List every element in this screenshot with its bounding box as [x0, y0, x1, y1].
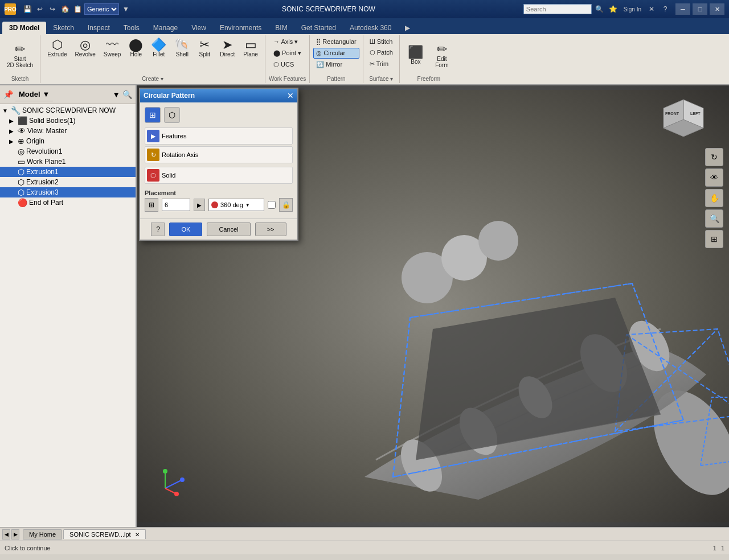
shell-label: Shell [176, 51, 189, 57]
tab-bim[interactable]: BIM [268, 22, 294, 34]
close-button[interactable]: ✕ [710, 3, 724, 15]
qat-options[interactable]: ▼ [120, 3, 132, 15]
svg-point-19 [180, 477, 185, 482]
angle-dropdown[interactable]: 360 deg ▼ [208, 199, 264, 211]
tab-sketch[interactable]: Sketch [46, 22, 81, 34]
cancel-button[interactable]: Cancel [207, 223, 250, 236]
features-row: ▶ Features [145, 127, 293, 145]
placement-lock[interactable]: 🔒 [279, 198, 293, 212]
solid-select-tab[interactable]: ⬡ [164, 107, 180, 123]
minimize-button[interactable]: ─ [675, 3, 690, 15]
tab-3d-model[interactable]: 3D Model [2, 22, 46, 34]
tab-my-home[interactable]: My Home [23, 529, 62, 540]
sidebar-pin-button[interactable]: 📌 [3, 90, 13, 99]
sweep-button[interactable]: 〰 Sweep [100, 36, 125, 60]
point-button[interactable]: ⬤ Point ▾ [271, 48, 304, 59]
tab-environments[interactable]: Environments [213, 22, 268, 34]
orientation-cube[interactable]: LEFT FRONT [661, 97, 701, 137]
plane-button[interactable]: ▭ Plane [240, 36, 261, 60]
sidebar-icons: ▼ 🔍 [112, 90, 132, 99]
tree-item-extrusion2[interactable]: ⬡ Extrusion2 [0, 177, 136, 187]
tree-item-origin[interactable]: ▶ ⊕ Origin [0, 136, 136, 146]
favorites-button[interactable]: ⭐ [608, 3, 619, 15]
tree-item-view[interactable]: ▶ 👁 View: Master [0, 126, 136, 136]
dialog-close-button[interactable]: ✕ [287, 91, 294, 100]
zoom-button[interactable]: 🔍 [705, 209, 723, 228]
qat-new[interactable]: 📋 [72, 3, 83, 15]
placement-icon[interactable]: ⊞ [145, 198, 158, 212]
extrude-button[interactable]: ⬡ Extrude [44, 36, 70, 60]
search-button[interactable]: 🔍 [594, 3, 605, 15]
tab-more[interactable]: ▶ [398, 22, 417, 34]
tree-item-solid[interactable]: ▶ ⬛ Solid Bodies(1) [0, 116, 136, 126]
surface-label: Surface ▾ [369, 75, 393, 82]
placement-section: Placement ⊞ ▶ 360 deg ▼ 🔒 [145, 190, 293, 212]
qat-undo[interactable]: ↩ [34, 3, 46, 15]
circular-pattern-dialog[interactable]: Circular Pattern ✕ ⊞ ⬡ ▶ Features ↻ Rota… [139, 88, 298, 241]
tab-tools[interactable]: Tools [117, 22, 146, 34]
model-dropdown[interactable]: Model ▼ [15, 88, 53, 101]
search-sidebar-button[interactable]: 🔍 [122, 90, 132, 99]
rotation-axis-row: ↻ Rotation Axis [145, 146, 293, 163]
box-button[interactable]: ⬛ Box [403, 44, 428, 67]
tab-next-button[interactable]: ▶ [11, 529, 19, 540]
look-button[interactable]: 👁 [705, 168, 723, 187]
tree-item-root[interactable]: ▼ 🔧 SONIC SCREWDRIVER NOW [0, 105, 136, 116]
solid-button[interactable]: ⬡ [147, 169, 159, 182]
tab-prev-button[interactable]: ◀ [2, 529, 10, 540]
mirror-button[interactable]: 🔃 Mirror [313, 59, 359, 70]
help-button[interactable]: ? [660, 3, 671, 15]
help-dialog-button[interactable]: ? [151, 223, 165, 236]
tree-item-end-of-part[interactable]: 🔴 End of Part [0, 197, 136, 208]
edit-form-button[interactable]: ✏ EditForm [429, 41, 454, 71]
tab-view[interactable]: View [185, 22, 213, 34]
trim-button[interactable]: ✂ Trim [367, 59, 396, 69]
more-button[interactable]: >> [255, 223, 286, 236]
revolve-button[interactable]: ◎ Revolve [72, 36, 99, 60]
tree-item-revolution1[interactable]: ◎ Revolution1 [0, 146, 136, 157]
circular-button[interactable]: ◎ Circular [313, 48, 359, 59]
ok-button[interactable]: OK [169, 223, 202, 236]
fillet-button[interactable]: 🔷 Fillet [148, 36, 170, 60]
axis-button[interactable]: → Axis ▾ [271, 36, 304, 47]
start-2d-sketch-button[interactable]: ✏ Start2D Sketch [3, 41, 36, 71]
dialog-content: ⊞ ⬡ ▶ Features ↻ Rotation Axis ⬡ Solid [140, 102, 297, 219]
tree-item-extrusion3[interactable]: ⬡ Extrusion3 [0, 187, 136, 197]
tab-sonic-screwdriver[interactable]: SONIC SCREWD...ipt ✕ [63, 529, 146, 539]
fit-button[interactable]: ⊞ [705, 230, 723, 248]
placement-checkbox[interactable] [268, 201, 276, 209]
orbit-button[interactable]: ↻ [705, 148, 723, 166]
maximize-button[interactable]: □ [693, 3, 707, 15]
tree-item-extrusion1[interactable]: ⬡ Extrusion1 [0, 167, 136, 177]
profile-select[interactable]: Generic [84, 3, 119, 15]
qat-redo[interactable]: ↪ [47, 3, 58, 15]
pattern-buttons: ⣿ Rectangular ◎ Circular 🔃 Mirror [313, 36, 359, 70]
features-tab[interactable]: ⊞ [145, 107, 161, 123]
tree-item-workplane1[interactable]: ▭ Work Plane1 [0, 157, 136, 167]
count-stepper[interactable]: ▶ [194, 199, 205, 211]
tab-close-button[interactable]: ✕ [135, 532, 140, 538]
tab-manage[interactable]: Manage [146, 22, 185, 34]
pan-button[interactable]: ✋ [705, 189, 723, 207]
feature-select-button[interactable]: ▶ [147, 130, 159, 142]
qat-save[interactable]: 💾 [22, 3, 33, 15]
hole-button[interactable]: ⬤ Hole [125, 36, 146, 60]
ucs-button[interactable]: ⬡ UCS [271, 59, 304, 70]
stitch-button[interactable]: Ш Stitch [367, 36, 396, 47]
shell-button[interactable]: 🐚 Shell [171, 36, 193, 60]
patch-button[interactable]: ⬡ Patch [367, 47, 396, 58]
tab-autodesk360[interactable]: Autodesk 360 [343, 22, 398, 34]
qat-home[interactable]: 🏠 [59, 3, 71, 15]
direct-button[interactable]: ➤ Direct [216, 36, 239, 60]
tab-get-started[interactable]: Get Started [294, 22, 343, 34]
count-input[interactable] [162, 199, 190, 211]
rectangular-button[interactable]: ⣿ Rectangular [313, 36, 359, 47]
split-button[interactable]: ✂ Split [194, 36, 215, 60]
sign-in-button[interactable]: Sign In [621, 3, 644, 15]
tab-inspect[interactable]: Inspect [81, 22, 117, 34]
rotation-axis-button[interactable]: ↻ [147, 149, 159, 161]
search-input[interactable] [523, 4, 592, 14]
close-app-search[interactable]: ✕ [646, 3, 657, 15]
filter-button[interactable]: ▼ [112, 90, 120, 99]
viewport[interactable]: LEFT FRONT ↻ 👁 ✋ 🔍 ⊞ Circular Pattern ✕ … [137, 85, 729, 527]
